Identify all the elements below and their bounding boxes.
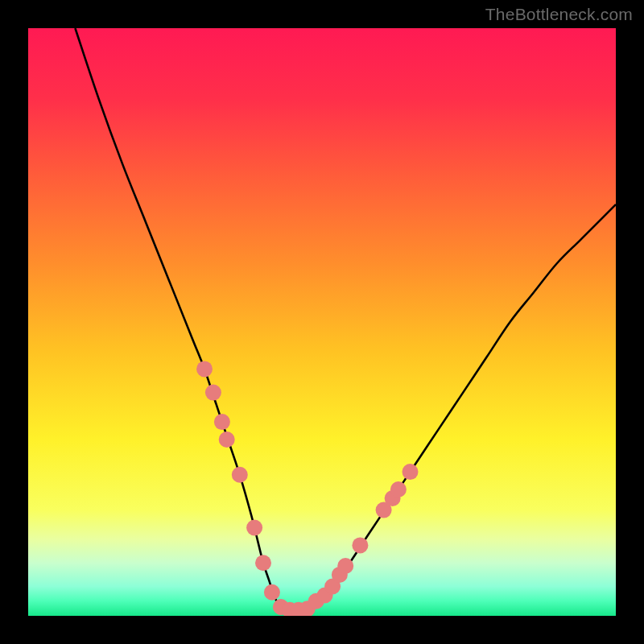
curve-layer	[28, 28, 616, 616]
marker-dot	[232, 467, 248, 483]
marker-dot	[264, 584, 280, 601]
bottleneck-curve	[75, 28, 616, 610]
watermark-text: TheBottleneck.com	[485, 5, 633, 24]
plot-area	[28, 28, 616, 616]
marker-dot	[219, 431, 235, 448]
marker-dots	[196, 361, 419, 616]
marker-dot	[205, 385, 221, 401]
marker-dot	[402, 464, 419, 480]
marker-dot	[214, 414, 230, 430]
marker-dot	[390, 481, 407, 497]
marker-dot	[255, 555, 271, 571]
marker-dot	[196, 361, 213, 377]
chart-stage: TheBottleneck.com	[0, 0, 644, 644]
marker-dot	[246, 520, 262, 536]
marker-dot	[352, 537, 368, 553]
marker-dot	[337, 558, 353, 574]
